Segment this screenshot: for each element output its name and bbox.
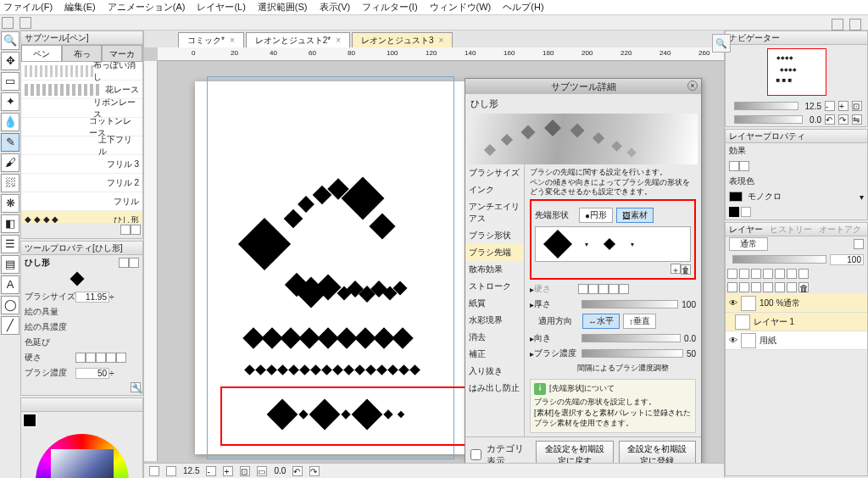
brush-list[interactable]: 布っぽい消し 花レース リボンレース コットンレース 上下フリル フリル 3 フ… [21, 62, 142, 223]
zoom-out-icon[interactable]: - [825, 101, 835, 111]
layer-icon[interactable] [739, 269, 749, 279]
tool-brush[interactable]: 🖌 [1, 153, 19, 172]
cmd-icon[interactable] [849, 19, 861, 31]
menu-animation[interactable]: アニメーション(A) [108, 1, 186, 14]
close-icon[interactable]: × [439, 36, 444, 45]
rotate-icon[interactable]: ↶ [292, 466, 303, 476]
menu-select[interactable]: 選択範囲(S) [258, 1, 308, 14]
color-wheel[interactable] [36, 434, 129, 478]
doc-tab[interactable]: レオンとジュスト2*× [246, 32, 350, 47]
cmd-icon[interactable] [19, 17, 31, 29]
menu-window[interactable]: ウィンドウ(W) [430, 1, 492, 14]
cat-brush-tip[interactable]: ブラシ先端 [465, 244, 524, 261]
dir-horizontal[interactable]: ↔水平 [582, 314, 620, 329]
subtool-tab-pen[interactable]: ペン [21, 45, 62, 62]
menu-file[interactable]: ファイル(F) [3, 1, 53, 14]
val-brush-density[interactable]: 50 [75, 368, 109, 379]
status-icon[interactable] [149, 466, 159, 476]
layer-btn[interactable] [787, 282, 797, 292]
cat-antialias[interactable]: アンチエイリアス [465, 198, 524, 227]
tip-circle[interactable]: ● 円形 [579, 208, 613, 223]
nav-angle-slider[interactable] [734, 115, 803, 124]
cat-overflow[interactable]: はみ出し防止 [465, 380, 524, 397]
layer-opacity[interactable]: 100 [830, 254, 864, 265]
tool-wand[interactable]: ✦ [1, 92, 19, 111]
cat-erase[interactable]: 消去 [465, 329, 524, 346]
tool-move[interactable]: ✥ [1, 52, 19, 70]
tool-deco[interactable]: ❋ [1, 194, 19, 213]
cat-texture[interactable]: 紙質 [465, 295, 524, 312]
nav-zoom-slider[interactable] [734, 102, 798, 110]
layer-btn[interactable]: 🗑 [798, 282, 809, 292]
close-icon[interactable]: × [336, 36, 341, 45]
category-checkbox[interactable] [470, 449, 481, 460]
fit-icon[interactable]: ⊡ [852, 101, 862, 111]
layer-btn[interactable] [739, 282, 749, 292]
direction-slider[interactable] [581, 334, 681, 342]
tool-pen[interactable]: ✎ [1, 133, 19, 152]
val-direction[interactable]: 0.0 [684, 334, 696, 343]
subtool-wrench-icon[interactable] [131, 225, 141, 235]
delete-material-icon[interactable]: 🗑 [681, 264, 691, 275]
rotate-left-icon[interactable]: ↶ [825, 114, 835, 125]
eye-icon[interactable]: 👁 [729, 298, 737, 308]
zoom-in-icon[interactable]: + [223, 466, 233, 476]
swatch[interactable] [729, 207, 739, 217]
stepper-icon[interactable]: ÷ [109, 369, 114, 378]
layer-btn[interactable] [763, 282, 773, 292]
eye-icon[interactable] [119, 258, 129, 268]
tool-airbrush[interactable]: ⛆ [1, 174, 19, 192]
layer-icon[interactable] [763, 269, 773, 279]
dialog-title[interactable]: サブツール詳細 × [465, 79, 701, 94]
layer-icon[interactable] [787, 269, 797, 279]
rotate-right-icon[interactable]: ↷ [838, 114, 849, 125]
fit-icon[interactable]: ▭ [257, 466, 267, 476]
swatch[interactable] [741, 207, 751, 217]
add-material-icon[interactable]: ＋ [670, 264, 681, 274]
cat-spray[interactable]: 散布効果 [465, 261, 524, 278]
subtool-tab-cloth[interactable]: 布っ [62, 45, 103, 62]
tool-select[interactable]: ▭ [1, 72, 19, 91]
tool-eraser[interactable]: ◧ [1, 214, 19, 233]
zoom-in-icon[interactable]: + [838, 101, 849, 111]
layer-row[interactable]: 👁100 %通常 [726, 294, 867, 313]
cat-ink[interactable]: インク [465, 181, 524, 198]
layer-icon[interactable] [798, 269, 809, 279]
tool-text[interactable]: A [1, 275, 19, 294]
cmd-icon[interactable] [832, 19, 843, 31]
eye-icon[interactable]: 👁 [729, 336, 737, 345]
cat-inout[interactable]: 入り抜き [465, 363, 524, 380]
val-brush-density2[interactable]: 50 [687, 349, 696, 358]
thickness-slider[interactable] [581, 300, 678, 308]
layer-icon[interactable] [751, 269, 761, 279]
menu-help[interactable]: ヘルプ(H) [503, 1, 543, 14]
cmd-icon[interactable] [2, 17, 14, 29]
lock-icon[interactable] [129, 258, 139, 268]
layer-opacity-slider[interactable] [732, 255, 826, 264]
cat-brush-size[interactable]: ブラシサイズ [465, 164, 524, 181]
layer-row[interactable]: 👁用紙 [726, 331, 867, 350]
val-brush-size[interactable]: 11.95 [75, 292, 109, 303]
search-icon[interactable]: 🔍 [712, 34, 731, 53]
cat-brush-shape[interactable]: ブラシ形状 [465, 227, 524, 244]
subtool-menu-icon[interactable] [120, 225, 131, 235]
layer-btn[interactable] [751, 282, 761, 292]
menu-layer[interactable]: レイヤー(L) [197, 1, 245, 14]
fg-color[interactable] [23, 414, 36, 427]
layer-row[interactable]: レイヤー 1 [726, 313, 867, 331]
cat-correction[interactable]: 補正 [465, 346, 524, 363]
subtool-tab-marker[interactable]: マーカ [102, 45, 142, 62]
effect-tone-icon[interactable] [739, 161, 749, 171]
history-tab[interactable]: ヒストリー [770, 224, 812, 235]
effect-border-icon[interactable] [729, 161, 739, 171]
tip-material-well[interactable]: ▾ ▾ [535, 226, 691, 262]
stepper-icon[interactable]: ÷ [109, 292, 114, 302]
fit-icon[interactable]: ⊡ [240, 466, 250, 476]
status-icon[interactable] [166, 466, 176, 476]
tip-material[interactable]: 🖼 素材 [616, 208, 654, 223]
tool-magnify[interactable]: 🔍 [1, 31, 19, 50]
cat-stroke[interactable]: ストローク [465, 278, 524, 295]
blend-mode[interactable]: 通常 [729, 237, 768, 251]
menu-edit[interactable]: 編集(E) [64, 1, 96, 14]
wrench-icon[interactable]: 🔧 [131, 382, 141, 392]
